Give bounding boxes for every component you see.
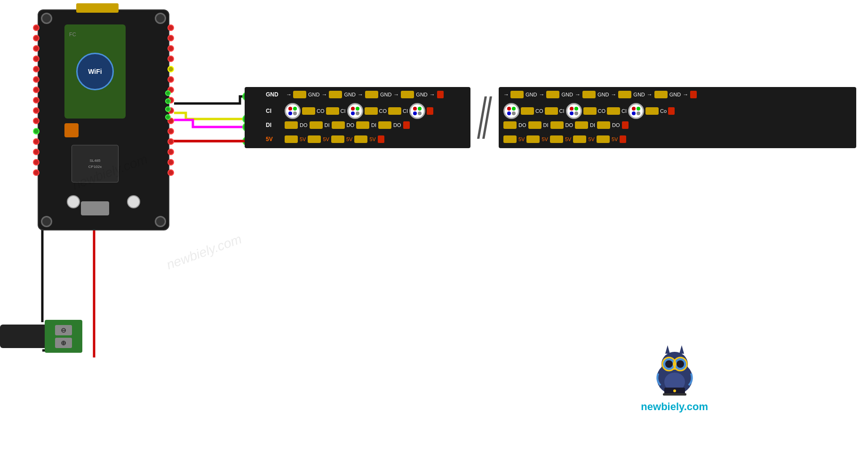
arrow-gnd-1: → <box>286 91 292 98</box>
strip2-gnd-pads: GND → GND → GND → GND → GND → <box>510 91 697 98</box>
pin-3v3-l <box>33 128 40 135</box>
svg-rect-22 <box>663 393 686 396</box>
watermark-2: newbiely.com <box>165 231 244 272</box>
pad <box>388 107 401 115</box>
pin-row-left <box>33 24 40 176</box>
wifi-text: WiFi <box>88 68 102 75</box>
pin-clk <box>33 107 40 114</box>
pad <box>293 91 306 98</box>
pin-d8 <box>167 128 174 135</box>
end-pad-ci <box>427 107 433 115</box>
pad <box>401 91 414 98</box>
pin-3v3-r2 <box>167 169 174 176</box>
svg-marker-11 <box>679 345 684 354</box>
pin-d4 <box>167 66 174 72</box>
pad <box>329 91 342 98</box>
fc-text: FC <box>69 32 76 37</box>
pad <box>365 91 378 98</box>
pin-a0 <box>33 24 40 31</box>
strip1-gnd-label: GND <box>266 91 285 98</box>
mount-hole-bl <box>41 216 52 227</box>
di-out-pin <box>165 106 171 112</box>
pin-sd1 <box>33 76 40 83</box>
wifi-logo: WiFi <box>76 53 114 90</box>
led-strip-2: → GND → GND → GND → GND → GND → <box>499 87 856 148</box>
antenna <box>76 3 119 13</box>
pin-rsv2 <box>33 45 40 52</box>
terminal-minus: ⊖ <box>55 325 72 335</box>
5v-out-pin <box>165 114 171 120</box>
svg-point-15 <box>677 360 684 368</box>
rgb-led-s2-1 <box>503 103 519 119</box>
strip1-5v-label: 5V <box>266 136 285 143</box>
pad <box>326 107 339 115</box>
pin-en <box>33 138 40 145</box>
logo-text: newbiely.com <box>641 401 708 413</box>
flash-button[interactable] <box>127 195 140 208</box>
pin-d2 <box>167 45 174 52</box>
power-adapter: ⊖ ⊕ <box>0 320 75 353</box>
mount-hole-tr <box>155 13 166 24</box>
strip1-di-label: DI <box>266 122 285 128</box>
pad <box>365 107 378 115</box>
pin-rx <box>167 138 174 145</box>
terminal-block: ⊖ ⊕ <box>45 320 82 353</box>
chip-area: SL485 CP102x <box>72 145 119 182</box>
strip2-arrow-gnd: → <box>503 91 509 98</box>
strip1-ci-row: CO CI CO CI <box>285 103 433 119</box>
rgb-led-s2-2 <box>566 103 582 119</box>
owl-logo <box>646 341 703 397</box>
strip2-ci-row: CO CI CO CI <box>503 103 675 119</box>
rgb-led-1 <box>285 103 301 119</box>
end-pad-gnd <box>437 91 444 98</box>
chip-label-1: SL485 <box>89 159 100 163</box>
diagram-container: FC WiFi SL485 CP102x <box>0 0 868 460</box>
rgb-led-s2-3 <box>628 103 644 119</box>
svg-point-14 <box>665 360 673 368</box>
pad <box>302 107 315 115</box>
usb-connector <box>81 201 109 215</box>
orange-component <box>64 123 79 137</box>
strip1-di-row: DO DI DO DI DO <box>285 121 410 129</box>
pin-3v3-r <box>167 76 174 83</box>
pin-gnd-r2 <box>167 159 174 166</box>
mount-hole-br <box>155 216 166 227</box>
pin-rst <box>33 149 40 155</box>
strip1-gnd-pads: GND → GND → GND → GND → <box>293 91 444 98</box>
gnd-out-pin <box>165 90 171 96</box>
pin-gnd-l2 <box>33 159 40 166</box>
pin-sd3 <box>33 56 40 62</box>
green-edge-pins <box>165 90 171 120</box>
pin-d3 <box>167 56 174 62</box>
strip2-do-row: DO DI DO DI DO <box>503 121 629 129</box>
rst-button[interactable] <box>67 195 80 208</box>
strip-break <box>470 87 499 148</box>
strip2-5v-row: 5V 5V 5V 5V 5V <box>503 135 626 143</box>
pin-d0 <box>167 24 174 31</box>
esp-board: FC WiFi SL485 CP102x <box>38 9 169 230</box>
ci-out-pin <box>165 98 171 104</box>
led-strip-1: GND → GND → GND → GND → GND → CI <box>245 87 470 148</box>
pin-rsv1 <box>33 35 40 41</box>
break-lines <box>481 96 488 139</box>
mount-hole-tl <box>41 13 52 24</box>
strip1-5v-row: 5V 5V 5V 5V <box>285 135 384 143</box>
pin-sd2 <box>33 66 40 72</box>
pin-gnd-l <box>33 118 40 124</box>
pin-d1 <box>167 35 174 41</box>
wifi-module: FC WiFi <box>64 24 126 119</box>
svg-point-23 <box>673 389 676 392</box>
pin-tx <box>167 149 174 155</box>
rgb-led-3 <box>409 103 425 119</box>
strip1-ci-label: CI <box>266 108 285 114</box>
terminal-plus: ⊕ <box>55 338 72 348</box>
pin-cmd <box>33 87 40 93</box>
logo-area: newbiely.com <box>641 341 708 413</box>
svg-marker-10 <box>665 345 670 354</box>
pin-sd0 <box>33 97 40 103</box>
rgb-led-2 <box>347 103 363 119</box>
chip-label-2: CP102x <box>88 165 102 169</box>
pin-vin <box>33 169 40 176</box>
